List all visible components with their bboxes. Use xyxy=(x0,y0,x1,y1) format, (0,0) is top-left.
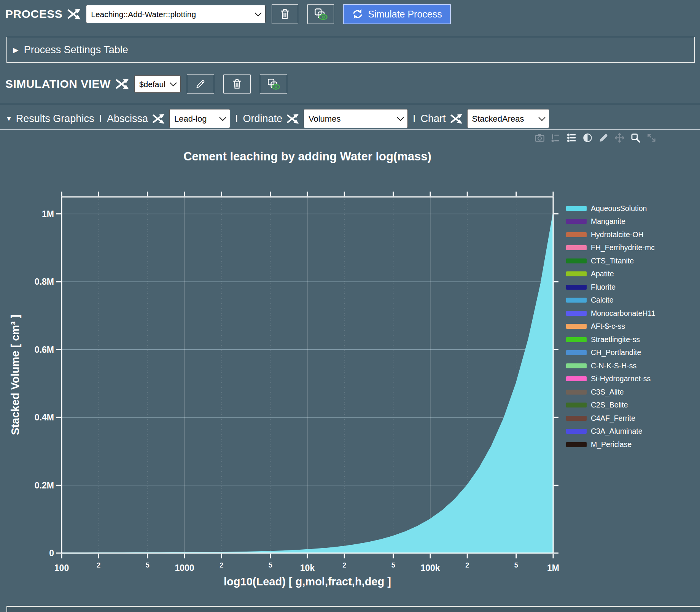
legend-item[interactable]: Apatite xyxy=(566,270,655,278)
legend-swatch xyxy=(566,429,587,434)
legend-item[interactable]: C3A_Aluminate xyxy=(566,427,655,436)
view-select[interactable]: $default xyxy=(134,75,181,93)
shuffle-icon xyxy=(152,113,165,124)
results-graphics-toolbar: ▼ Results Graphics I Abscissa Lead-log I… xyxy=(5,109,549,128)
legend-item[interactable]: Hydrotalcite-OH xyxy=(566,230,655,239)
legend-label: C3A_Aluminate xyxy=(591,427,643,436)
results-graphics-toggle[interactable]: ▼ Results Graphics xyxy=(5,113,94,125)
compare-data-icon[interactable] xyxy=(582,133,593,143)
simulate-process-button[interactable]: Simulate Process xyxy=(343,4,451,24)
legend-item[interactable]: Si-Hydrogarnet-ss xyxy=(566,374,655,383)
y-tick-label: 0.8M xyxy=(35,277,54,287)
simulate-process-label: Simulate Process xyxy=(368,9,442,20)
copy-eye-icon xyxy=(267,78,280,90)
trash-icon xyxy=(279,8,291,20)
legend-label: CH_Portlandite xyxy=(591,348,641,357)
x-tick-label: 100k xyxy=(420,563,440,573)
legend-item[interactable]: MonocarbonateH11 xyxy=(566,309,655,318)
collapsed-triangle-icon: ▶ xyxy=(13,46,19,54)
x-minor-tick-label: 5 xyxy=(269,561,272,569)
legend-swatch xyxy=(566,350,587,355)
legend-swatch xyxy=(566,245,587,250)
hover-data-icon[interactable] xyxy=(566,133,577,143)
x-minor-tick-label: 2 xyxy=(220,561,223,569)
chart-label: Chart xyxy=(421,113,446,125)
process-title: PROCESS xyxy=(5,8,62,21)
y-tick-label: 0.2M xyxy=(35,480,54,490)
separator: I xyxy=(412,113,417,125)
legend-label: FH_Ferrihydrite-mc xyxy=(591,243,655,252)
clone-view-process-button[interactable] xyxy=(307,4,334,24)
shuffle-icon xyxy=(450,113,463,124)
legend-item[interactable]: C-N-K-S-H-ss xyxy=(566,361,655,370)
section-divider xyxy=(0,129,700,130)
legend-swatch xyxy=(566,258,587,263)
autoscale-icon[interactable] xyxy=(646,133,657,143)
legend-item[interactable]: Calcite xyxy=(566,296,655,304)
legend-item[interactable]: Fluorite xyxy=(566,283,655,292)
legend-item[interactable]: Straetlingite-ss xyxy=(566,335,655,344)
legend-swatch xyxy=(566,337,587,342)
legend-label: C3S_Alite xyxy=(591,388,624,396)
legend-label: Manganite xyxy=(591,217,625,226)
abscissa-select[interactable]: Lead-log xyxy=(169,109,230,128)
legend-item[interactable]: C3S_Alite xyxy=(566,388,655,396)
legend-item[interactable]: FH_Ferrihydrite-mc xyxy=(566,243,655,252)
next-panel-top-edge xyxy=(6,606,700,612)
x-axis-title: log10(Lead) [ g,mol,fract,h,deg ] xyxy=(62,576,553,588)
legend-item[interactable]: AqueousSolution xyxy=(566,204,655,213)
legend-swatch xyxy=(566,311,587,316)
x-minor-tick-label: 2 xyxy=(342,561,346,569)
camera-icon[interactable] xyxy=(535,133,545,143)
process-settings-label: Process Settings Table xyxy=(24,44,128,56)
shuffle-icon xyxy=(115,78,130,90)
legend-item[interactable]: CH_Portlandite xyxy=(566,348,655,357)
legend-label: CTS_Titanite xyxy=(591,257,634,265)
toggle-spikelines-icon[interactable] xyxy=(550,133,561,143)
y-tick-label: 0.4M xyxy=(35,412,54,422)
legend-item[interactable]: C2S_Belite xyxy=(566,401,655,409)
pan-icon[interactable] xyxy=(614,133,625,143)
legend-item[interactable]: Manganite xyxy=(566,217,655,226)
legend-label: Fluorite xyxy=(591,283,616,292)
draw-icon[interactable] xyxy=(598,133,609,143)
legend-label: C2S_Belite xyxy=(591,401,628,409)
legend-swatch xyxy=(566,271,587,276)
delete-process-button[interactable] xyxy=(272,4,298,24)
legend-label: C-N-K-S-H-ss xyxy=(591,361,636,370)
x-tick-label: 1M xyxy=(547,563,559,573)
chart-modebar xyxy=(535,133,657,143)
legend-swatch xyxy=(566,232,587,237)
clone-view-button[interactable] xyxy=(260,75,287,94)
ordinate-label: Ordinate xyxy=(243,113,282,125)
chart-type-select-wrap: StackedAreas xyxy=(467,109,549,128)
process-settings-summary[interactable]: ▶ Process Settings Table xyxy=(6,37,695,63)
process-toolbar: PROCESS Leaching::Add-Water::plotting xyxy=(5,4,451,24)
ordinate-select[interactable]: Volumes xyxy=(304,109,408,128)
section-divider xyxy=(0,104,700,104)
shuffle-icon xyxy=(67,8,81,20)
legend-label: Si-Hydrogarnet-ss xyxy=(591,374,651,383)
legend-item[interactable]: M_Periclase xyxy=(566,440,655,449)
expanded-triangle-icon: ▼ xyxy=(5,114,13,123)
legend-item[interactable]: CTS_Titanite xyxy=(566,257,655,265)
edit-view-button[interactable] xyxy=(187,75,214,94)
legend-label: C4AF_Ferrite xyxy=(591,414,635,423)
legend-label: Straetlingite-ss xyxy=(591,335,640,344)
x-tick-label: 10k xyxy=(300,563,315,573)
zoom-icon[interactable] xyxy=(630,133,641,143)
separator: I xyxy=(234,113,239,125)
legend-swatch xyxy=(566,298,587,303)
process-select[interactable]: Leaching::Add-Water::plotting xyxy=(86,5,266,23)
legend-item[interactable]: C4AF_Ferrite xyxy=(566,414,655,423)
y-tick-label: 1M xyxy=(42,209,54,219)
legend-label: Apatite xyxy=(591,270,614,278)
legend-label: AqueousSolution xyxy=(591,204,647,213)
delete-view-button[interactable] xyxy=(223,75,251,94)
x-minor-tick-label: 5 xyxy=(514,561,518,569)
simulation-view-toolbar: SIMULATION VIEW $default xyxy=(5,75,287,94)
copy-eye-icon xyxy=(314,8,328,21)
legend-item[interactable]: AFt-$-c-ss xyxy=(566,322,655,331)
chart-type-select[interactable]: StackedAreas xyxy=(467,109,549,128)
app-root: { "process_bar": { "label": "PROCESS", "… xyxy=(0,0,700,612)
